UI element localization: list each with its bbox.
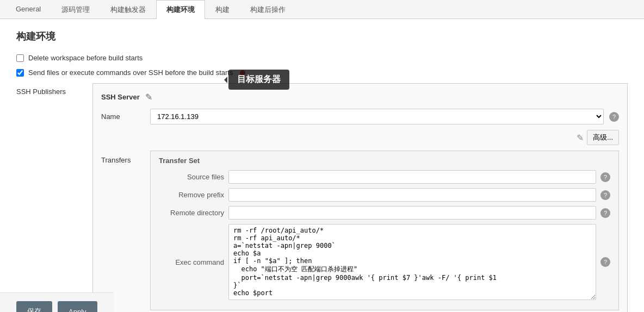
main-container: General 源码管理 构建触发器 构建环境 构建 构建后操作 构建环境 De… [0, 0, 644, 312]
remove-prefix-input[interactable] [228, 188, 596, 202]
send-files-checkbox[interactable] [16, 69, 24, 77]
remote-directory-help-icon[interactable]: ? [600, 208, 610, 218]
transfers-label: Transfers [101, 151, 145, 164]
transfer-set-panel: Transfer Set Source files ? Remove prefi… [150, 151, 619, 310]
source-files-row: Source files ? [159, 170, 610, 184]
remote-directory-row: Remote directory ? [159, 206, 610, 220]
source-files-help-icon[interactable]: ? [600, 172, 610, 182]
remove-prefix-label: Remove prefix [159, 191, 224, 199]
tab-source-management[interactable]: 源码管理 [51, 0, 100, 19]
remote-directory-label: Remote directory [159, 209, 224, 217]
ssh-publishers-container: SSH Publishers SSH Server ✎ Name 172.16.… [16, 83, 628, 312]
transfer-set-title: Transfer Set [159, 157, 610, 165]
remove-prefix-help-icon[interactable]: ? [600, 190, 610, 200]
page-title: 构建环境 [16, 30, 628, 43]
content-area: 构建环境 Delete workspace before build start… [0, 19, 644, 312]
name-select[interactable]: 172.16.1.139 [150, 109, 604, 124]
delete-workspace-label: Delete workspace before build starts [28, 54, 143, 62]
bottom-bar: 保存 Apply [0, 292, 114, 312]
ssh-server-header: SSH Server ✎ [101, 92, 619, 102]
tabs-bar: General 源码管理 构建触发器 构建环境 构建 构建后操作 [0, 0, 644, 19]
tab-build[interactable]: 构建 [205, 0, 240, 19]
dot-indicator [240, 70, 245, 76]
ssh-server-title: SSH Server [101, 93, 140, 101]
tab-general[interactable]: General [5, 0, 51, 19]
save-button[interactable]: 保存 [16, 301, 52, 312]
send-files-row: Send files or execute commands over SSH … [16, 68, 628, 77]
advanced-row: ✎ 高级... [101, 130, 619, 145]
name-row: Name 172.16.1.139 ? [101, 109, 619, 124]
ssh-server-panel: SSH Server ✎ Name 172.16.1.139 ? ✎ 高级... [92, 83, 628, 312]
advanced-button[interactable]: 高级... [587, 130, 619, 145]
tab-build-env[interactable]: 构建环境 [156, 0, 205, 19]
source-files-input[interactable] [228, 170, 596, 184]
transfers-section: Transfers Transfer Set Source files ? Re… [101, 151, 619, 310]
exec-command-textarea[interactable]: rm -rf /root/api_auto/* rm -rf api_auto/… [228, 224, 596, 300]
name-label: Name [101, 113, 145, 121]
apply-button[interactable]: Apply [58, 301, 97, 312]
delete-workspace-row: Delete workspace before build starts [16, 54, 628, 62]
edit-pencil-icon[interactable]: ✎ [145, 92, 152, 102]
source-files-label: Source files [159, 173, 224, 181]
remove-prefix-row: Remove prefix ? [159, 188, 610, 202]
send-files-label: Send files or execute commands over SSH … [28, 68, 233, 77]
tab-build-trigger[interactable]: 构建触发器 [100, 0, 156, 19]
exec-command-label: Exec command [159, 258, 224, 266]
ssh-publishers-label: SSH Publishers [16, 83, 92, 312]
name-help-icon[interactable]: ? [609, 112, 619, 122]
remote-directory-input[interactable] [228, 206, 596, 220]
exec-command-help-icon[interactable]: ? [600, 257, 610, 267]
delete-workspace-checkbox[interactable] [16, 54, 24, 62]
advanced-edit-icon: ✎ [577, 133, 584, 143]
exec-command-row: Exec command rm -rf /root/api_auto/* rm … [159, 224, 610, 300]
tab-post-build[interactable]: 构建后操作 [240, 0, 296, 19]
